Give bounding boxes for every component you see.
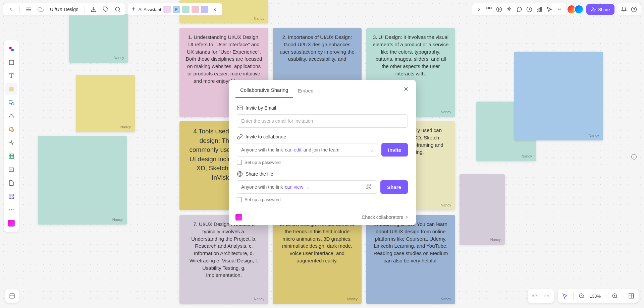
app-logo — [235, 214, 242, 221]
tab-embed[interactable]: Embed — [293, 85, 318, 98]
invite-email-heading: Invite by Email — [237, 105, 408, 111]
svg-rect-31 — [366, 184, 368, 186]
email-icon — [237, 105, 243, 111]
svg-rect-33 — [366, 187, 368, 189]
chevron-right-icon — [405, 214, 409, 220]
svg-rect-35 — [370, 188, 371, 189]
invite-button[interactable]: Invite — [381, 143, 408, 157]
close-button[interactable]: ✕ — [401, 84, 411, 94]
collab-permission-select[interactable]: Anyone with the link can edit and join t… — [237, 143, 378, 157]
chevron-down-icon: ⌄ — [306, 184, 310, 190]
share-file-label: Share the file — [246, 171, 273, 177]
check-collaborators-link[interactable]: Check collaborators — [362, 214, 409, 220]
collab-password-checkbox[interactable]: Set up a password — [237, 160, 408, 165]
invite-collab-label: Invite to collaborate — [246, 134, 286, 139]
modal-overlay: Collaborative Sharing Embed ✕ Invite by … — [0, 0, 644, 308]
globe-icon — [237, 171, 243, 177]
chevron-down-icon: ⌄ — [370, 147, 374, 152]
share-password-checkbox[interactable]: Set up a password — [237, 197, 408, 202]
invite-email-label: Invite by Email — [246, 105, 276, 111]
link-icon — [237, 134, 243, 140]
qr-code-button[interactable] — [365, 183, 373, 191]
share-permission-select[interactable]: Anyone with the link can view ⌄ — [237, 180, 377, 194]
email-input[interactable] — [237, 114, 408, 128]
invite-collab-heading: Invite to collaborate — [237, 134, 408, 140]
svg-rect-34 — [369, 187, 370, 188]
tab-collaborative-sharing[interactable]: Collaborative Sharing — [235, 84, 293, 98]
modal-tabs: Collaborative Sharing Embed ✕ — [229, 80, 416, 98]
share-modal: Collaborative Sharing Embed ✕ Invite by … — [229, 80, 416, 225]
svg-rect-32 — [369, 184, 371, 186]
share-file-heading: Share the file — [237, 171, 408, 177]
share-file-button[interactable]: Share — [380, 180, 408, 194]
